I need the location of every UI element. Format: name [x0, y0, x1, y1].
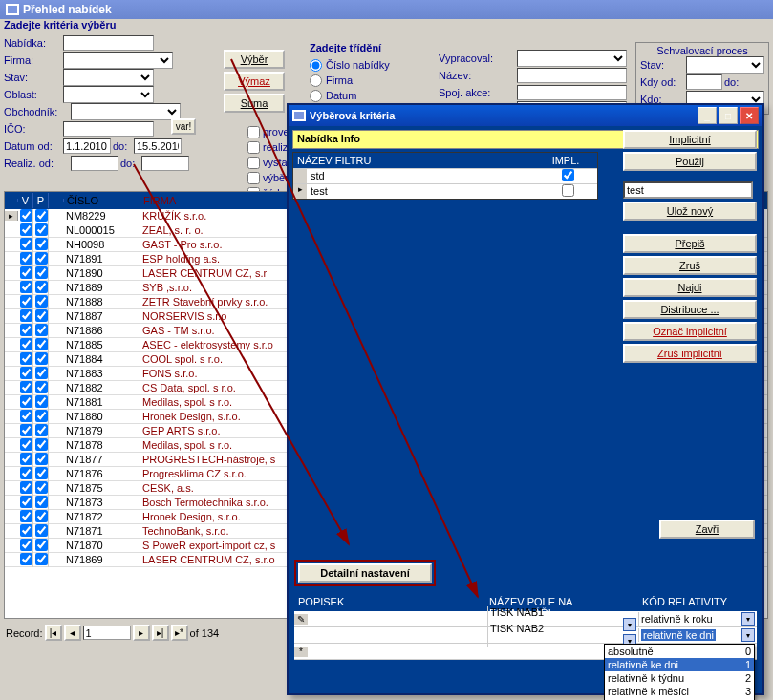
- row-check-v[interactable]: [20, 467, 32, 479]
- filter-grid[interactable]: NÁZEV FILTRU IMPL. std▸test: [292, 152, 598, 200]
- row-check-p[interactable]: [35, 324, 48, 336]
- row-check-v[interactable]: [20, 266, 32, 279]
- vypracoval-combo[interactable]: [517, 50, 627, 67]
- row-check-p[interactable]: [35, 453, 48, 465]
- filter-impl-check[interactable]: [562, 169, 574, 181]
- filter-check-1[interactable]: [247, 141, 260, 154]
- row-check-v[interactable]: [20, 338, 32, 350]
- pouzij-button[interactable]: Použij: [623, 152, 757, 171]
- relativity-dropdown[interactable]: absolutně0relativně ke dni1relativně k t…: [604, 644, 755, 700]
- row-check-p[interactable]: [35, 410, 48, 422]
- row-check-v[interactable]: [20, 209, 32, 222]
- row-check-v[interactable]: [20, 238, 32, 250]
- grid-header-p[interactable]: P: [33, 193, 49, 208]
- ico-input[interactable]: [63, 121, 154, 137]
- dropdown-item[interactable]: absolutně0: [605, 645, 754, 658]
- obchodnik-combo[interactable]: [71, 103, 181, 120]
- kdy-od-input[interactable]: [686, 74, 722, 90]
- chevron-down-icon[interactable]: ▾: [741, 628, 755, 642]
- row-check-v[interactable]: [20, 481, 32, 494]
- sort-radio-2[interactable]: [310, 90, 322, 102]
- vymaz-button[interactable]: Výmaz: [224, 72, 285, 91]
- row-check-p[interactable]: [35, 338, 48, 350]
- nabidka-input[interactable]: [63, 35, 154, 51]
- row-check-v[interactable]: [20, 324, 32, 336]
- zrus-implicitni-button[interactable]: Zruš implicitní: [623, 344, 757, 363]
- oblast-combo[interactable]: [63, 86, 154, 103]
- grid-header-firma[interactable]: FIRMA: [140, 193, 293, 208]
- nav-first-button[interactable]: |◂: [45, 625, 62, 641]
- sort-radio-1[interactable]: [310, 74, 322, 87]
- detailni-nastaveni-button[interactable]: Detailní nastavení: [298, 563, 432, 583]
- oznac-implicitni-button[interactable]: Označ implicitní: [623, 322, 757, 341]
- row-check-p[interactable]: [35, 524, 48, 537]
- row-check-p[interactable]: [35, 367, 48, 379]
- filter-row[interactable]: ▸test: [293, 183, 597, 199]
- row-check-v[interactable]: [20, 453, 32, 465]
- sort-radio-0[interactable]: [310, 59, 322, 72]
- grid-header-v[interactable]: V: [18, 193, 33, 208]
- maximize-button[interactable]: □: [719, 107, 738, 124]
- row-check-v[interactable]: [20, 524, 32, 537]
- row-check-p[interactable]: [35, 209, 48, 222]
- nav-prev-button[interactable]: ◂: [64, 625, 81, 641]
- chevron-down-icon[interactable]: ▾: [741, 612, 755, 626]
- nav-next-button[interactable]: ▸: [133, 625, 150, 641]
- row-check-v[interactable]: [20, 281, 32, 293]
- datum-do-input[interactable]: [134, 138, 182, 154]
- row-check-p[interactable]: [35, 510, 48, 522]
- uloz-button[interactable]: Ulož nový: [623, 202, 757, 221]
- filter-check-3[interactable]: [247, 172, 260, 184]
- popisek-row[interactable]: TISK NAB2▾relativně ke dni▾: [294, 627, 757, 644]
- implicitni-button[interactable]: Implicitní: [623, 130, 757, 149]
- row-check-p[interactable]: [35, 266, 48, 279]
- spoj-input[interactable]: [517, 85, 627, 100]
- row-check-p[interactable]: [35, 352, 48, 365]
- row-check-p[interactable]: [35, 395, 48, 408]
- row-check-v[interactable]: [20, 438, 32, 451]
- row-check-p[interactable]: [35, 223, 48, 236]
- nav-new-button[interactable]: ▸*: [171, 625, 188, 641]
- vyber-button[interactable]: Výběr: [224, 50, 285, 69]
- prepis-button[interactable]: Přepiš: [623, 234, 757, 253]
- zavri-button[interactable]: Zavři: [659, 520, 755, 539]
- row-check-p[interactable]: [35, 295, 48, 308]
- suma-button[interactable]: Suma: [224, 94, 285, 113]
- distribuce-button[interactable]: Distribuce ...: [623, 300, 757, 319]
- filter-check-2[interactable]: [247, 157, 260, 169]
- nazev-input[interactable]: [517, 68, 627, 83]
- close-button[interactable]: ✕: [740, 107, 759, 124]
- var-button[interactable]: var!: [171, 118, 196, 135]
- row-check-v[interactable]: [20, 395, 32, 408]
- row-check-p[interactable]: [35, 281, 48, 293]
- nav-pos-input[interactable]: [83, 626, 131, 640]
- row-check-p[interactable]: [35, 238, 48, 250]
- row-check-p[interactable]: [35, 553, 48, 565]
- realiz-od-input[interactable]: [71, 156, 118, 171]
- nav-last-button[interactable]: ▸|: [152, 625, 169, 641]
- row-check-v[interactable]: [20, 309, 32, 322]
- row-check-p[interactable]: [35, 539, 48, 551]
- datum-od-input[interactable]: [63, 138, 111, 154]
- row-check-v[interactable]: [20, 252, 32, 265]
- row-check-p[interactable]: [35, 467, 48, 479]
- minimize-button[interactable]: _: [698, 107, 717, 124]
- row-check-p[interactable]: [35, 424, 48, 436]
- filter-row[interactable]: std: [293, 168, 597, 183]
- dropdown-item[interactable]: relativně k měsíci3: [605, 685, 754, 698]
- row-check-v[interactable]: [20, 367, 32, 379]
- zrus-button[interactable]: Zruš: [623, 256, 757, 275]
- row-check-v[interactable]: [20, 352, 32, 365]
- save-name-input[interactable]: [623, 181, 753, 199]
- approval-stav-combo[interactable]: [686, 56, 764, 74]
- dialog-titlebar[interactable]: Výběrová kritéria _ □ ✕: [289, 105, 762, 126]
- stav-combo[interactable]: [63, 69, 154, 86]
- row-check-v[interactable]: [20, 496, 32, 508]
- row-check-p[interactable]: [35, 252, 48, 265]
- row-check-p[interactable]: [35, 381, 48, 393]
- row-check-v[interactable]: [20, 539, 32, 551]
- row-check-v[interactable]: [20, 510, 32, 522]
- najdi-button[interactable]: Najdi: [623, 278, 757, 297]
- filter-impl-check[interactable]: [562, 184, 574, 197]
- row-check-p[interactable]: [35, 481, 48, 494]
